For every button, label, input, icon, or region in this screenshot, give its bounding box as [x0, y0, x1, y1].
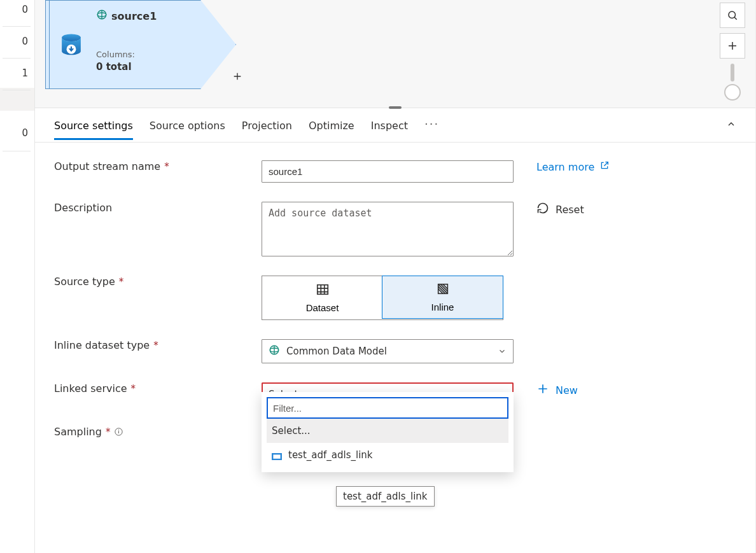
source-type-dataset[interactable]: Dataset: [262, 276, 382, 319]
tab-optimize[interactable]: Optimize: [309, 111, 354, 139]
database-icon: [60, 33, 82, 59]
svg-point-10: [118, 430, 119, 430]
search-button[interactable]: [720, 3, 745, 28]
refresh-icon: [536, 202, 549, 217]
source-type-inline[interactable]: Inline: [382, 276, 503, 319]
inline-dataset-type-select[interactable]: Common Data Model: [262, 339, 514, 363]
collapse-panel-button[interactable]: [726, 119, 736, 131]
settings-tabs: Source settings Source options Projectio…: [35, 108, 755, 143]
svg-point-4: [729, 11, 736, 18]
description-input[interactable]: [262, 202, 514, 256]
chevron-down-icon: [498, 347, 507, 356]
dropdown-filter-input[interactable]: [267, 397, 508, 419]
tab-source-options[interactable]: Source options: [150, 111, 225, 139]
source-node[interactable]: source1 Columns: 0 total: [40, 0, 239, 89]
gutter-number: 0: [6, 4, 28, 15]
description-label: Description: [54, 202, 239, 214]
dropdown-option-placeholder[interactable]: Select...: [267, 419, 508, 443]
canvas-toolbar: [720, 3, 745, 101]
linked-service-icon: [272, 451, 282, 459]
option-tooltip: test_adf_adls_link: [336, 486, 435, 507]
inline-dataset-type-label: Inline dataset type*: [54, 339, 239, 351]
external-link-icon: [599, 160, 610, 173]
dropdown-option-item[interactable]: test_adf_adls_link: [267, 443, 508, 467]
cdm-icon: [269, 344, 280, 358]
info-icon[interactable]: [114, 427, 123, 437]
node-columns-label: Columns:: [96, 50, 135, 59]
line-gutter: 0 0 1 0: [0, 0, 34, 553]
output-stream-label: Output stream name*: [54, 160, 239, 172]
gutter-selection: [0, 88, 34, 111]
flow-canvas[interactable]: source1 Columns: 0 total: [35, 0, 755, 108]
tab-inspect[interactable]: Inspect: [371, 111, 408, 139]
source-type-label: Source type*: [54, 276, 239, 288]
node-title: source1: [96, 9, 157, 23]
tab-projection[interactable]: Projection: [242, 111, 292, 139]
linked-service-dropdown: Select... test_adf_adls_link: [262, 392, 514, 472]
plus-icon: [536, 382, 549, 398]
source-type-segment: Dataset Inline: [262, 276, 503, 320]
node-title-text: source1: [111, 10, 157, 22]
add-transform-button[interactable]: [232, 71, 244, 83]
reset-button[interactable]: Reset: [536, 202, 584, 217]
linked-service-label: Linked service*: [54, 382, 239, 395]
cdm-icon: [96, 9, 108, 23]
svg-rect-12: [273, 454, 280, 458]
zoom-slider-track[interactable]: [731, 64, 734, 81]
source-settings-form: Output stream name* Learn more Descripti…: [35, 143, 755, 456]
inline-icon: [436, 282, 450, 298]
output-stream-input[interactable]: [262, 160, 514, 183]
tab-source-settings[interactable]: Source settings: [54, 111, 133, 139]
zoom-slider-handle[interactable]: [724, 84, 741, 101]
tab-overflow[interactable]: ···: [424, 117, 439, 133]
gutter-number: 0: [6, 36, 28, 47]
new-linked-service-button[interactable]: New: [536, 382, 578, 398]
gutter-number: 0: [6, 127, 28, 139]
learn-more-link[interactable]: Learn more: [536, 160, 610, 173]
sampling-label: Sampling*: [54, 426, 239, 438]
node-columns-value: 0 total: [96, 61, 132, 73]
svg-point-0: [62, 34, 81, 41]
gutter-number: 1: [6, 67, 28, 79]
table-icon: [316, 283, 330, 298]
svg-rect-5: [317, 285, 328, 295]
add-source-button[interactable]: [720, 33, 745, 59]
